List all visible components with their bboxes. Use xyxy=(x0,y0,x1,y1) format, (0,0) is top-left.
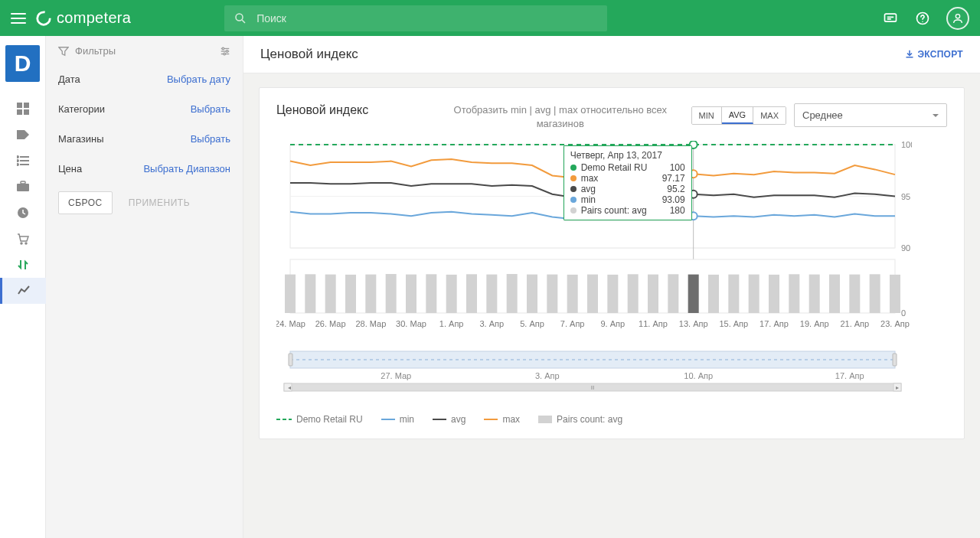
svg-rect-55 xyxy=(547,275,557,313)
svg-point-1 xyxy=(236,14,243,21)
user-avatar[interactable] xyxy=(946,7,969,30)
svg-rect-69 xyxy=(829,275,840,313)
svg-rect-61 xyxy=(668,274,678,313)
export-icon xyxy=(905,50,914,59)
svg-point-14 xyxy=(17,156,18,158)
help-icon[interactable] xyxy=(914,10,931,27)
nav-dashboard-icon[interactable] xyxy=(0,96,46,122)
svg-text:0: 0 xyxy=(901,308,906,318)
svg-text:27. Мар: 27. Мар xyxy=(381,371,411,380)
nav-history-icon[interactable] xyxy=(0,200,46,226)
svg-rect-43 xyxy=(305,274,315,313)
svg-rect-9 xyxy=(17,109,22,115)
filter-label: Категории xyxy=(58,103,105,115)
svg-line-2 xyxy=(242,20,245,23)
svg-rect-10 xyxy=(24,109,29,115)
svg-rect-54 xyxy=(527,275,537,313)
svg-text:24. Мар: 24. Мар xyxy=(276,319,305,328)
menu-button[interactable] xyxy=(11,13,26,24)
filter-link-0[interactable]: Выбрать дату xyxy=(167,73,230,85)
filter-link-2[interactable]: Выбрать xyxy=(191,133,230,145)
svg-text:10. Апр: 10. Апр xyxy=(684,371,713,380)
chart-area[interactable]: 9095100Ценовой индекс024. Мар26. Мар28. … xyxy=(276,141,947,397)
svg-rect-60 xyxy=(648,275,658,313)
svg-point-5 xyxy=(922,21,923,21)
svg-rect-65 xyxy=(749,275,760,313)
svg-rect-46 xyxy=(365,275,376,313)
svg-rect-58 xyxy=(607,275,618,313)
export-button[interactable]: ЭКСПОРТ xyxy=(905,49,963,60)
toggle-min[interactable]: MIN xyxy=(692,107,722,124)
filter-link-3[interactable]: Выбрать Диапазон xyxy=(143,163,230,174)
svg-text:11. Апр: 11. Апр xyxy=(639,319,668,328)
nav-rail: D xyxy=(0,36,46,538)
legend-item[interactable]: Demo Retail RU xyxy=(276,414,363,425)
svg-rect-44 xyxy=(325,275,336,313)
search-input[interactable] xyxy=(255,11,598,25)
svg-text:lll: lll xyxy=(591,385,595,390)
svg-rect-70 xyxy=(849,275,860,313)
svg-text:17. Апр: 17. Апр xyxy=(760,319,789,328)
svg-text:15. Апр: 15. Апр xyxy=(719,319,748,328)
svg-text:9. Апр: 9. Апр xyxy=(601,319,626,328)
nav-list-icon[interactable] xyxy=(0,148,46,174)
svg-text:23. Апр: 23. Апр xyxy=(880,319,910,328)
toggle-avg[interactable]: AVG xyxy=(722,107,753,124)
svg-rect-67 xyxy=(789,274,799,313)
svg-rect-66 xyxy=(769,275,779,313)
svg-text:3. Апр: 3. Апр xyxy=(535,371,560,380)
svg-rect-18 xyxy=(21,181,25,184)
app-logo: competera xyxy=(35,9,131,27)
svg-rect-64 xyxy=(728,275,739,313)
aggregation-select[interactable]: Среднее xyxy=(794,103,947,127)
export-label: ЭКСПОРТ xyxy=(917,49,963,60)
nav-transfer-icon[interactable] xyxy=(0,252,46,278)
svg-text:90: 90 xyxy=(901,243,910,253)
svg-text:▸: ▸ xyxy=(896,384,899,391)
svg-rect-47 xyxy=(386,274,397,313)
svg-point-15 xyxy=(17,160,18,161)
search-field[interactable] xyxy=(224,5,607,31)
svg-rect-51 xyxy=(466,274,477,313)
nav-analytics-icon[interactable] xyxy=(0,278,46,304)
svg-text:30. Мар: 30. Мар xyxy=(396,319,426,328)
nav-briefcase-icon[interactable] xyxy=(0,174,46,200)
svg-text:5. Апр: 5. Апр xyxy=(520,319,544,328)
toggle-max[interactable]: MAX xyxy=(753,107,786,124)
filter-settings-icon[interactable] xyxy=(220,46,230,57)
svg-text:◂: ◂ xyxy=(288,384,291,391)
legend-item[interactable]: Pairs count: avg xyxy=(538,414,622,425)
svg-rect-59 xyxy=(628,274,639,313)
reset-button[interactable]: СБРОС xyxy=(58,191,113,214)
filter-label: Дата xyxy=(58,73,80,85)
feedback-icon[interactable] xyxy=(882,10,899,27)
svg-rect-48 xyxy=(406,275,416,313)
filter-icon xyxy=(58,46,69,57)
svg-rect-93 xyxy=(893,354,897,366)
legend-item[interactable]: min xyxy=(381,414,414,425)
aggregation-value: Среднее xyxy=(802,109,843,121)
filter-link-1[interactable]: Выбрать xyxy=(191,103,230,115)
svg-rect-72 xyxy=(890,275,900,313)
filter-panel: Фильтры ДатаВыбрать датуКатегорииВыбрать… xyxy=(46,36,243,538)
workspace-badge[interactable]: D xyxy=(5,45,40,82)
svg-rect-50 xyxy=(446,275,457,313)
filter-label: Магазины xyxy=(58,133,104,145)
svg-rect-92 xyxy=(289,354,292,366)
svg-rect-7 xyxy=(17,103,22,108)
svg-point-16 xyxy=(17,164,18,165)
svg-text:95: 95 xyxy=(901,192,910,201)
svg-text:26. Мар: 26. Мар xyxy=(315,319,346,328)
legend-item[interactable]: avg xyxy=(433,414,466,425)
svg-rect-49 xyxy=(426,274,436,313)
svg-rect-57 xyxy=(587,275,598,313)
card-title: Ценовой индекс xyxy=(276,103,430,117)
svg-point-26 xyxy=(226,50,228,52)
legend-item[interactable]: max xyxy=(484,414,520,425)
search-icon xyxy=(234,11,247,25)
nav-cart-icon[interactable] xyxy=(0,226,46,252)
svg-text:1. Апр: 1. Апр xyxy=(439,319,464,328)
apply-button: ПРИМЕНИТЬ xyxy=(119,191,200,214)
nav-tags-icon[interactable] xyxy=(0,122,46,148)
svg-text:19. Апр: 19. Апр xyxy=(800,319,829,328)
